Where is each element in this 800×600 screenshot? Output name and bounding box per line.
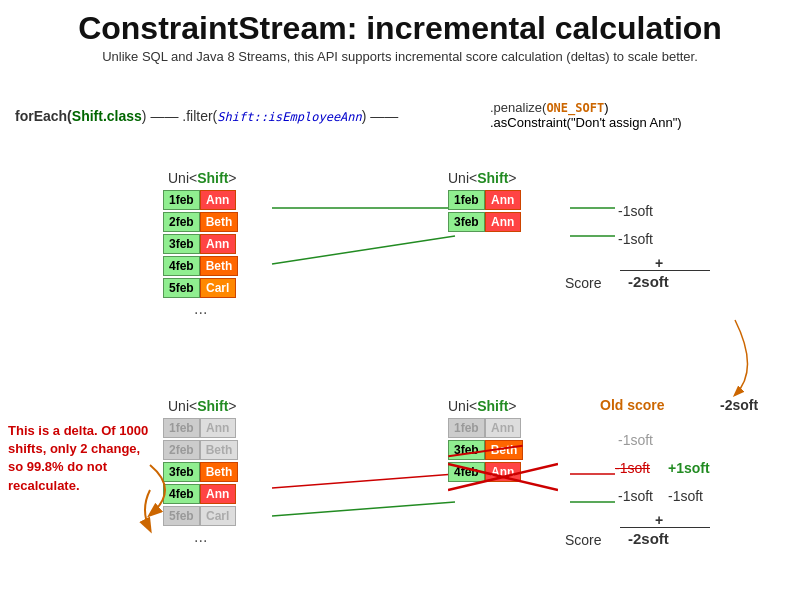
- date-cell: 2feb: [163, 212, 200, 232]
- date-cell: 3feb: [163, 234, 200, 254]
- date-cell: 3feb: [448, 440, 485, 460]
- table-row: 2feb Beth: [163, 212, 238, 232]
- date-cell: 4feb: [163, 484, 200, 504]
- top-score-value: -2soft: [628, 273, 669, 290]
- table-row-strikethrough: 3feb Beth: [448, 440, 523, 460]
- bottom-score-strikethrough: -1soft: [615, 460, 650, 476]
- bottom-delta-minus: -1soft: [668, 488, 703, 504]
- date-cell: 1feb: [163, 418, 200, 438]
- page-title: ConstraintStream: incremental calculatio…: [0, 0, 800, 47]
- ellipsis: ...: [163, 528, 238, 546]
- top-right-table: 1feb Ann 3feb Ann: [448, 190, 521, 234]
- bottom-left-table: 1feb Ann 2feb Beth 3feb Beth 4feb Ann 5f…: [163, 418, 238, 546]
- date-cell: 4feb: [448, 462, 485, 482]
- name-cell: Beth: [485, 440, 524, 460]
- svg-line-4: [272, 474, 455, 488]
- shift-class: Shift.class: [72, 108, 142, 124]
- date-cell: 4feb: [163, 256, 200, 276]
- old-score-value: -2soft: [720, 397, 758, 413]
- name-cell: Carl: [200, 278, 236, 298]
- bottom-right-table: 1feb Ann 3feb Beth 4feb Ann: [448, 418, 523, 484]
- delta-text: This is a delta. Of 1000 shifts, only 2 …: [8, 422, 153, 495]
- table-row: 4feb Ann: [163, 484, 238, 504]
- date-cell: 5feb: [163, 506, 200, 526]
- top-right-label: Uni<Shift>: [448, 170, 516, 186]
- table-row: 3feb Beth: [163, 462, 238, 482]
- top-plus: +: [655, 255, 663, 271]
- top-left-table: 1feb Ann 2feb Beth 3feb Ann 4feb Beth 5f…: [163, 190, 238, 318]
- penalize-end: ): [604, 100, 608, 115]
- name-cell: Ann: [200, 418, 236, 438]
- table-row: 3feb Ann: [448, 212, 521, 232]
- bottom-score-value: -2soft: [628, 530, 669, 547]
- foreach-end: ) —— .filter(: [142, 108, 217, 124]
- table-row: 1feb Ann: [163, 190, 238, 210]
- bottom-plus: +: [655, 512, 663, 528]
- date-cell: 1feb: [163, 190, 200, 210]
- penalize-line: .penalize(ONE_SOFT): [490, 100, 682, 115]
- table-row: 4feb Ann: [448, 462, 523, 482]
- table-row: 4feb Beth: [163, 256, 238, 276]
- bottom-score-line: [620, 527, 710, 528]
- name-cell: Ann: [200, 190, 236, 210]
- name-cell: Ann: [485, 212, 521, 232]
- table-row: 3feb Ann: [163, 234, 238, 254]
- table-row: 5feb Carl: [163, 506, 238, 526]
- name-cell: Ann: [485, 462, 521, 482]
- name-cell: Beth: [200, 212, 239, 232]
- top-score-1: -1soft: [618, 203, 653, 219]
- table-row: 1feb Ann: [448, 418, 523, 438]
- date-cell: 3feb: [163, 462, 200, 482]
- bottom-delta-plus: +1soft: [668, 460, 710, 476]
- foreach-keyword: forEach(: [15, 108, 72, 124]
- penalize-label: .penalize(: [490, 100, 546, 115]
- table-row: 1feb Ann: [448, 190, 521, 210]
- date-cell: 1feb: [448, 190, 485, 210]
- bottom-score-grey: -1soft: [618, 432, 653, 448]
- name-cell: Beth: [200, 440, 239, 460]
- filter-method: Shift::isEmployeeAnn: [217, 110, 362, 124]
- top-score-label: Score: [565, 275, 602, 291]
- table-row: 1feb Ann: [163, 418, 238, 438]
- name-cell: Beth: [200, 462, 239, 482]
- bottom-right-label: Uni<Shift>: [448, 398, 516, 414]
- ellipsis: ...: [163, 300, 238, 318]
- name-cell: Ann: [200, 234, 236, 254]
- name-cell: Carl: [200, 506, 236, 526]
- code-line-top: forEach(Shift.class) —— .filter(Shift::i…: [15, 108, 398, 124]
- subtitle: Unlike SQL and Java 8 Streams, this API …: [0, 49, 800, 64]
- date-cell: 2feb: [163, 440, 200, 460]
- bottom-score-4feb: -1soft: [618, 488, 653, 504]
- old-score-label: Old score: [600, 397, 665, 413]
- top-score-line: [620, 270, 710, 271]
- as-constraint-line: .asConstraint("Don't assign Ann"): [490, 115, 682, 130]
- table-row: 2feb Beth: [163, 440, 238, 460]
- date-cell: 3feb: [448, 212, 485, 232]
- date-cell: 1feb: [448, 418, 485, 438]
- name-cell: Ann: [200, 484, 236, 504]
- name-cell: Ann: [485, 418, 521, 438]
- name-cell: Ann: [485, 190, 521, 210]
- penalize-const: ONE_SOFT: [546, 101, 604, 115]
- table-row: 5feb Carl: [163, 278, 238, 298]
- svg-line-5: [272, 502, 455, 516]
- date-cell: 5feb: [163, 278, 200, 298]
- penalize-block: .penalize(ONE_SOFT) .asConstraint("Don't…: [490, 100, 682, 130]
- top-left-label: Uni<Shift>: [168, 170, 236, 186]
- top-score-2: -1soft: [618, 231, 653, 247]
- bottom-score-label: Score: [565, 532, 602, 548]
- filter-end: ) ——: [362, 108, 399, 124]
- name-cell: Beth: [200, 256, 239, 276]
- bottom-left-label: Uni<Shift>: [168, 398, 236, 414]
- svg-line-1: [272, 236, 455, 264]
